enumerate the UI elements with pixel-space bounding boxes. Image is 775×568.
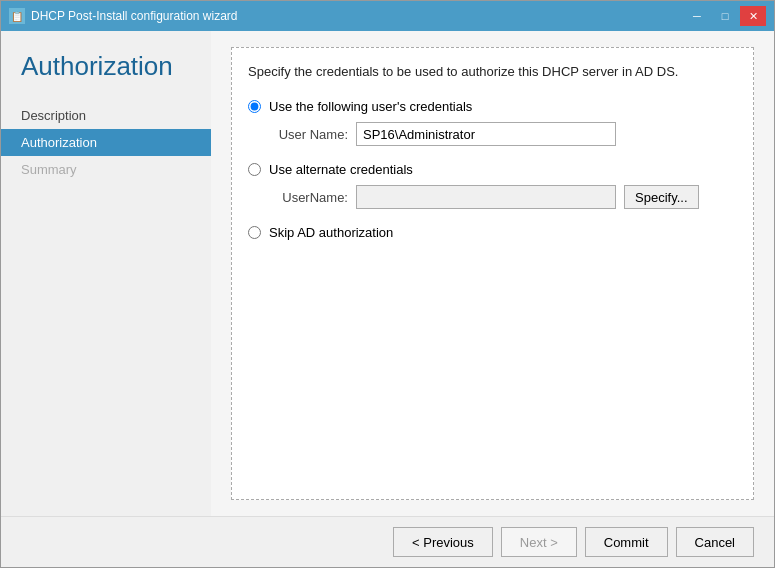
next-button[interactable]: Next > xyxy=(501,527,577,557)
radio-skip-ad[interactable] xyxy=(248,226,261,239)
title-bar: 📋 DHCP Post-Install configuration wizard… xyxy=(1,1,774,31)
window-title: DHCP Post-Install configuration wizard xyxy=(31,9,238,23)
minimize-button[interactable]: ─ xyxy=(684,6,710,26)
alternate-field-row: UserName: Specify... xyxy=(268,185,737,209)
specify-button[interactable]: Specify... xyxy=(624,185,699,209)
instruction-text: Specify the credentials to be used to au… xyxy=(248,64,737,79)
radio-label-alternate[interactable]: Use alternate credentials xyxy=(248,162,737,177)
window-controls: ─ □ ✕ xyxy=(684,6,766,26)
alternate-username-label: UserName: xyxy=(268,190,348,205)
radio-skip-ad-text: Skip AD authorization xyxy=(269,225,393,240)
content-area: Authorization Description Authorization … xyxy=(1,31,774,516)
radio-alternate-text: Use alternate credentials xyxy=(269,162,413,177)
radio-current-user[interactable] xyxy=(248,100,261,113)
page-title: Authorization xyxy=(1,51,211,102)
radio-group-current-user: Use the following user's credentials Use… xyxy=(248,99,737,146)
radio-group-skip-ad: Skip AD authorization xyxy=(248,225,737,240)
close-button[interactable]: ✕ xyxy=(740,6,766,26)
footer: < Previous Next > Commit Cancel xyxy=(1,516,774,567)
commit-button[interactable]: Commit xyxy=(585,527,668,557)
radio-label-skip-ad[interactable]: Skip AD authorization xyxy=(248,225,737,240)
nav-item-summary: Summary xyxy=(1,156,211,183)
current-user-field-row: User Name: xyxy=(268,122,737,146)
radio-label-current-user[interactable]: Use the following user's credentials xyxy=(248,99,737,114)
left-panel: Authorization Description Authorization … xyxy=(1,31,211,516)
cancel-button[interactable]: Cancel xyxy=(676,527,754,557)
main-window: 📋 DHCP Post-Install configuration wizard… xyxy=(0,0,775,568)
radio-alternate[interactable] xyxy=(248,163,261,176)
right-panel: Specify the credentials to be used to au… xyxy=(211,31,774,516)
content-box: Specify the credentials to be used to au… xyxy=(231,47,754,500)
username-label: User Name: xyxy=(268,127,348,142)
current-username-input[interactable] xyxy=(356,122,616,146)
maximize-button[interactable]: □ xyxy=(712,6,738,26)
previous-button[interactable]: < Previous xyxy=(393,527,493,557)
nav-item-description[interactable]: Description xyxy=(1,102,211,129)
title-bar-left: 📋 DHCP Post-Install configuration wizard xyxy=(9,8,238,24)
radio-group-alternate: Use alternate credentials UserName: Spec… xyxy=(248,162,737,209)
nav-list: Description Authorization Summary xyxy=(1,102,211,183)
radio-current-user-text: Use the following user's credentials xyxy=(269,99,472,114)
app-icon: 📋 xyxy=(9,8,25,24)
alternate-username-input[interactable] xyxy=(356,185,616,209)
nav-item-authorization[interactable]: Authorization xyxy=(1,129,211,156)
